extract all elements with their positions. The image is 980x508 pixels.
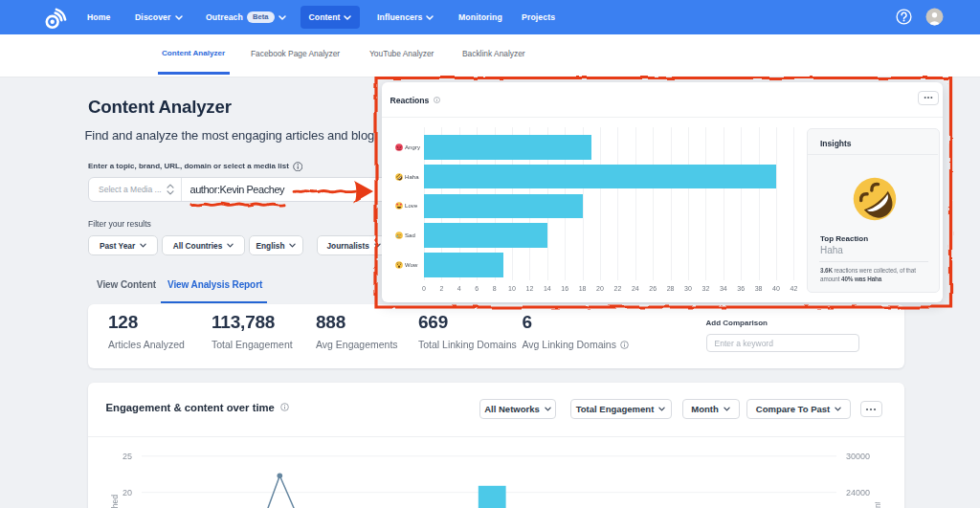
media-list-select[interactable]: Select a Media ... [89,178,182,201]
tab-facebook-page-analyzer[interactable]: Facebook Page Analyzer [251,49,340,58]
x-tick-label: 24 [632,285,639,292]
reactions-title: Reactions [390,96,441,105]
x-tick-label: 18 [579,285,587,292]
insights-note: 3.6K reactions were collected, of that [820,267,933,276]
buzzsumo-logo-icon[interactable] [38,6,67,31]
filter-countries[interactable]: All Countries [162,235,245,255]
nav-projects[interactable]: Projects [522,0,555,34]
view-tab-underline [161,301,267,304]
chevron-down-icon [175,15,183,20]
filter-label-text: Past Year [100,241,135,251]
wow-emoji-icon [395,261,403,269]
tab-content-analyzer[interactable]: Content Analyzer [162,49,225,57]
x-tick-label: 2 [439,285,443,292]
stat-total-engagement: 113,788 Total Engagement [212,313,293,350]
reaction-row-sad: Sad [382,223,807,248]
x-tick-label: 10 [508,285,516,292]
reaction-label-text: Wow [405,262,418,268]
reaction-label: Sad [395,223,415,248]
nav-influencers[interactable]: Influencers [377,0,434,34]
stat-value: 669 [418,313,517,331]
stat-label: Total Linking Domains [418,339,517,350]
nav-item-label: Home [87,12,111,22]
reaction-bar-sad[interactable] [424,223,547,248]
search-label-text: Enter a topic, brand, URL, domain or sel… [88,162,289,170]
divider [819,261,928,262]
line-point[interactable] [278,474,283,479]
nav-item-label: Projects [522,12,555,22]
reaction-bar-angry[interactable] [424,135,591,160]
nav-outreach[interactable]: Outreach Beta [206,0,286,34]
stat-label: Avg Engagements [316,339,398,350]
filter-language[interactable]: English [249,235,303,255]
chevron-down-icon [278,15,286,20]
reaction-bar-haha[interactable] [424,165,776,189]
nav-monitoring[interactable]: Monitoring [458,0,502,34]
chevron-down-icon [426,15,434,20]
x-tick-label: 12 [525,285,533,292]
stat-label: Avg Linking Domains [523,339,629,350]
active-tab-underline [158,72,230,75]
reaction-bar-love[interactable] [424,194,583,219]
stats-card: 128 Articles Analyzed 113,788 Total Enga… [88,304,904,368]
select-updown-icon [167,184,174,195]
x-tick-label: 20 [596,285,604,292]
reactions-menu-button[interactable] [918,91,939,105]
nav-item-label: Discover [135,12,171,22]
info-icon [434,97,440,103]
view-content-tab[interactable]: View Content [97,279,156,290]
nav-discover[interactable]: Discover [135,0,183,34]
sad-emoji-icon [395,232,403,239]
info-icon [620,341,629,349]
reaction-bar-wow[interactable] [424,253,503,277]
left-axis-title: Articles Published [110,495,120,508]
x-tick-label: 38 [755,285,763,292]
articles-line [261,475,301,508]
stat-avg-engagements: 888 Avg Engagements [316,313,398,350]
x-tick-label: 42 [790,285,797,292]
filter-label-text: English [256,241,285,251]
filter-past-year[interactable]: Past Year [88,235,158,255]
ellipsis-icon [924,96,933,99]
x-tick-label: 26 [649,285,657,292]
right-axis-title: Engagement [873,500,882,508]
reactions-title-text: Reactions [390,96,430,105]
left-axis-tick: 25 [122,452,132,461]
chevron-down-icon [374,243,381,248]
x-tick-label: 22 [613,285,621,292]
tab-youtube-analyzer[interactable]: YouTube Analyzer [369,49,434,58]
chevron-down-icon [344,15,351,20]
page-subtitle: Find and analyze the most engaging artic… [85,129,375,143]
chevron-down-icon [289,243,296,248]
filter-label: Filter your results [88,219,151,229]
avatar[interactable] [925,8,944,26]
nav-home[interactable]: Home [87,0,111,34]
reaction-row-love: Love [382,194,807,219]
left-axis-tick: 20 [122,488,132,497]
reaction-label-text: Sad [405,232,415,238]
stat-articles-analyzed: 128 Articles Analyzed [108,313,185,350]
help-icon[interactable] [896,9,912,25]
divider [808,154,938,155]
angry-emoji-icon [395,144,403,151]
insights-panel: Insights Top Reaction Haha 3.6K reaction… [807,128,940,293]
nav-item-label: Outreach [206,12,243,22]
haha-emoji-icon [853,177,897,221]
tab-backlink-analyzer[interactable]: Backlink Analyzer [462,49,525,58]
search-label: Enter a topic, brand, URL, domain or sel… [88,162,302,172]
view-analysis-report-tab[interactable]: View Analysis Report [167,279,262,290]
media-select-placeholder: Select a Media ... [99,185,167,194]
x-tick-label: 40 [772,285,780,292]
nav-content-active[interactable]: Content [301,6,360,29]
engagement-chart: 25 20 30000 24000 Articles Published Eng… [88,383,904,508]
add-comparison-input[interactable] [706,334,859,352]
reaction-label-text: Love [405,203,417,209]
insights-title: Insights [820,139,852,148]
top-reaction-value: Haha [820,245,843,255]
x-tick-label: 6 [475,285,479,292]
x-tick-label: 30 [684,285,692,292]
add-comparison-label: Add Comparison [706,319,768,327]
engagement-bar[interactable] [479,486,506,508]
reaction-row-angry: Angry [382,135,807,160]
nav-item-label: Influencers [377,12,422,22]
